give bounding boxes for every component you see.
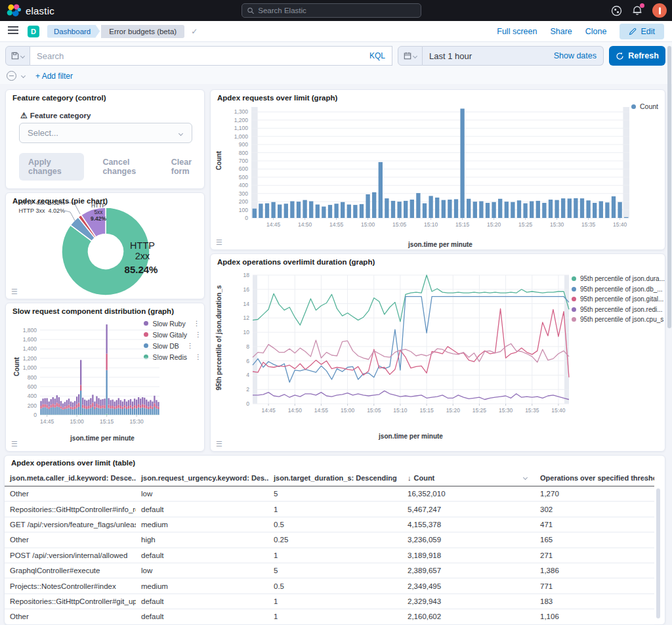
deployment-icon[interactable]: [610, 5, 622, 16]
feature-category-select[interactable]: Select...: [19, 123, 192, 143]
table-scrollbar[interactable]: [656, 488, 660, 618]
table-row[interactable]: Other default 1 2,160,602 1,106: [5, 609, 654, 624]
clear-form-button[interactable]: Clear form: [171, 158, 204, 176]
panel-options-icon[interactable]: ☰: [11, 288, 18, 295]
table-row[interactable]: Repositories::GitHttpController#info_ref…: [5, 502, 654, 517]
svg-text:1,200: 1,200: [234, 117, 249, 123]
table-row[interactable]: Projects::NotesController#index medium 0…: [5, 578, 654, 593]
user-avatar[interactable]: [652, 3, 667, 18]
cell-operations: 1,106: [535, 609, 654, 624]
kebab-menu-icon[interactable]: ⋮: [195, 353, 201, 360]
chart-legend: 95th percentile of json.dura... 95th per…: [572, 274, 665, 325]
panel-apdex-requests-over-limit: Apdex requests over limit (graph) Count …: [210, 89, 665, 250]
column-header-caller-id[interactable]: json.meta.caller_id.keyword: Desce...: [5, 469, 136, 486]
pie-slice-label-2xx: HTTP 2xx: [114, 240, 171, 261]
time-range-picker[interactable]: Last 1 hour Show dates: [423, 46, 604, 66]
table-row[interactable]: Other high 0.25 3,236,059 165: [5, 532, 654, 548]
svg-text:6: 6: [246, 358, 249, 364]
filter-options-icon[interactable]: [7, 71, 16, 81]
legend-item[interactable]: 95th percentile of json.cpu_s: [572, 314, 665, 325]
global-search[interactable]: [242, 3, 421, 18]
column-header-operations-over-threshold[interactable]: Operations over specified threshold...: [535, 469, 654, 486]
elastic-logo-icon: [7, 3, 21, 18]
edit-button[interactable]: Edit: [620, 24, 664, 39]
global-header: elastic: [0, 0, 672, 21]
legend-item[interactable]: 95th percentile of json.gital...: [572, 294, 665, 305]
panel-options-icon[interactable]: ☰: [11, 441, 18, 448]
page-scrollbar[interactable]: [667, 46, 671, 328]
panel-options-icon[interactable]: ☰: [216, 441, 222, 448]
svg-text:300: 300: [239, 190, 248, 197]
pie-callout-labels: HTTP 4xx 1.32% HTTP 3xx 4.02%: [6, 199, 65, 215]
time-range-value[interactable]: Last 1 hour: [429, 51, 472, 61]
column-header-count[interactable]: ↓Count: [402, 469, 535, 486]
svg-text:15:15: 15:15: [100, 418, 114, 425]
column-header-target-duration[interactable]: json.target_duration_s: Descending: [268, 469, 402, 486]
kebab-menu-icon[interactable]: ⋮: [195, 331, 201, 338]
table-row[interactable]: POST /api/:version/internal/allowed defa…: [5, 548, 654, 563]
table-row[interactable]: Other low 5 16,352,010 1,270: [5, 486, 654, 502]
kebab-menu-icon[interactable]: ⋮: [194, 320, 200, 327]
table-row[interactable]: GraphqlController#execute low 5 2,389,65…: [5, 563, 654, 578]
clone-button[interactable]: Clone: [585, 27, 607, 36]
table-row[interactable]: GET /api/:version/feature_flags/unleash.…: [5, 517, 654, 532]
cell-count: 2,160,602: [402, 609, 535, 624]
news-bell-icon[interactable]: [631, 5, 643, 16]
svg-text:2: 2: [246, 386, 249, 393]
cell-count: 5,467,247: [402, 502, 535, 516]
kql-label[interactable]: KQL: [369, 51, 385, 60]
breadcrumb-current-page[interactable]: Error budgets (beta): [101, 25, 184, 38]
svg-text:8: 8: [246, 343, 249, 350]
apply-changes-button[interactable]: Apply changes: [19, 153, 84, 181]
refresh-button[interactable]: Refresh: [609, 46, 665, 66]
svg-text:1,300: 1,300: [234, 108, 249, 115]
cell-caller-id: Projects::NotesController#index: [5, 578, 136, 593]
svg-text:0: 0: [245, 215, 248, 221]
cell-target-duration: 5: [268, 486, 402, 501]
share-button[interactable]: Share: [550, 27, 572, 36]
svg-text:1,000: 1,000: [234, 133, 249, 140]
show-dates-button[interactable]: Show dates: [554, 51, 597, 60]
column-header-request-urgency[interactable]: json.request_urgency.keyword: Des...: [136, 469, 268, 486]
add-filter-button[interactable]: + Add filter: [35, 72, 73, 81]
cell-count: 2,349,495: [402, 578, 535, 593]
panel-feature-category-control: Feature category (control) ⚠ Feature cat…: [5, 89, 205, 189]
saved-query-button[interactable]: [5, 46, 30, 66]
chevron-down-icon: [20, 53, 25, 58]
svg-text:14:55: 14:55: [329, 221, 344, 228]
cell-urgency: default: [136, 609, 268, 624]
cell-urgency: default: [136, 548, 268, 563]
svg-text:600: 600: [239, 165, 248, 172]
legend-item[interactable]: 95th percentile of json.db_...: [572, 284, 665, 295]
panel-options-icon[interactable]: ☰: [216, 239, 222, 246]
y-axis-title: Count: [13, 347, 20, 387]
svg-text:15:25: 15:25: [518, 221, 533, 228]
cancel-changes-button[interactable]: Cancel changes: [102, 158, 152, 176]
svg-text:15:20: 15:20: [446, 407, 461, 414]
cell-urgency: default: [136, 502, 268, 516]
table-row[interactable]: Repositories::GitHttpController#git_upl.…: [5, 594, 654, 609]
full-screen-button[interactable]: Full screen: [497, 27, 537, 36]
svg-text:15:05: 15:05: [392, 221, 407, 228]
legend-item[interactable]: 95th percentile of json.redi...: [572, 305, 665, 315]
cell-operations: 271: [535, 548, 654, 563]
cell-target-duration: 1: [268, 609, 402, 624]
pencil-icon: [629, 28, 637, 35]
cell-count: 16,352,010: [402, 486, 535, 501]
elastic-logo[interactable]: elastic: [0, 3, 54, 18]
kql-search-field[interactable]: KQL: [30, 46, 392, 66]
date-quick-select-button[interactable]: [398, 46, 423, 66]
legend-item[interactable]: 95th percentile of json.dura...: [572, 274, 665, 284]
panel-title: Slow request component distribution (gra…: [12, 307, 174, 315]
svg-text:14:45: 14:45: [40, 418, 54, 425]
breadcrumb-dashboard[interactable]: Dashboard: [47, 25, 100, 38]
kql-search-input[interactable]: [37, 51, 364, 61]
cell-operations: 771: [535, 578, 654, 593]
svg-text:900: 900: [239, 141, 248, 148]
chevron-down-icon: [413, 53, 417, 58]
menu-hamburger-icon[interactable]: [8, 26, 18, 37]
svg-text:200: 200: [28, 402, 37, 409]
kebab-menu-icon[interactable]: ⋮: [187, 342, 194, 349]
cell-urgency: default: [136, 594, 268, 609]
global-search-input[interactable]: [258, 7, 415, 14]
